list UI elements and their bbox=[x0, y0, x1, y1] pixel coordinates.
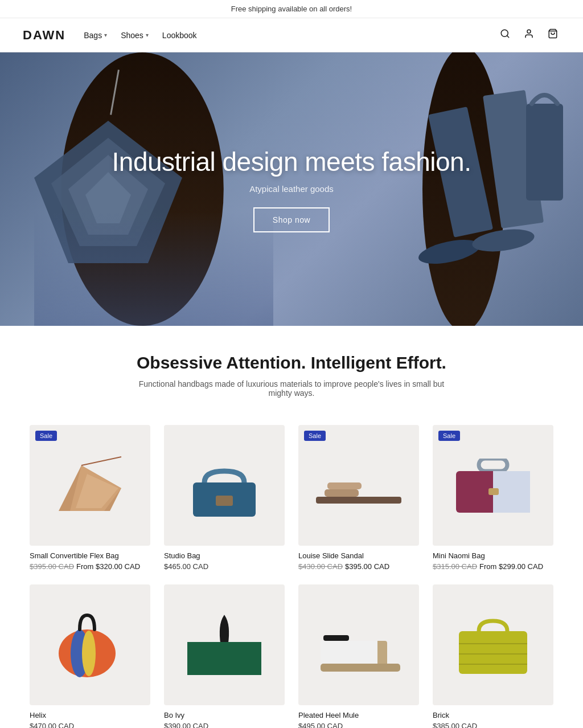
site-header: DAWN Bags ▾ Shoes ▾ Lookbook bbox=[0, 18, 583, 52]
header-actions bbox=[498, 26, 560, 44]
collection-heading: Obsessive Attention. Intelligent Effort.… bbox=[0, 326, 583, 404]
product-card[interactable]: Studio Bag$465.00 CAD bbox=[157, 418, 292, 578]
product-image bbox=[39, 434, 141, 537]
product-card[interactable]: Helix$470.00 CAD bbox=[23, 578, 157, 728]
svg-point-28 bbox=[82, 631, 96, 676]
product-image bbox=[442, 594, 544, 696]
sale-price: From $299.00 CAD bbox=[479, 562, 543, 571]
nav-item-lookbook[interactable]: Lookbook bbox=[162, 31, 197, 40]
product-name: Helix bbox=[30, 711, 150, 719]
svg-rect-18 bbox=[216, 496, 233, 506]
svg-rect-32 bbox=[321, 641, 377, 664]
original-price: $430.00 CAD bbox=[298, 562, 343, 571]
svg-rect-12 bbox=[526, 104, 563, 201]
product-image-wrap: Sale bbox=[30, 425, 150, 546]
main-nav: Bags ▾ Shoes ▾ Lookbook bbox=[84, 31, 498, 40]
product-image bbox=[442, 434, 544, 537]
collection-title: Obsessive Attention. Intelligent Effort. bbox=[23, 353, 560, 373]
product-image bbox=[307, 434, 410, 537]
nav-item-shoes[interactable]: Shoes ▾ bbox=[121, 31, 149, 40]
chevron-down-icon: ▾ bbox=[104, 32, 107, 38]
search-icon bbox=[500, 28, 510, 42]
product-name: Brick bbox=[433, 711, 553, 719]
nav-label-bags: Bags bbox=[84, 31, 102, 40]
product-price: $390.00 CAD bbox=[164, 722, 285, 728]
product-price: $470.00 CAD bbox=[30, 722, 150, 728]
svg-rect-21 bbox=[327, 482, 362, 489]
sale-badge: Sale bbox=[35, 431, 57, 441]
chevron-down-icon: ▾ bbox=[146, 32, 149, 38]
hero-subtitle: Atypical leather goods bbox=[112, 184, 471, 194]
sale-price: $395.00 CAD bbox=[345, 562, 389, 571]
product-name: Mini Naomi Bag bbox=[433, 551, 553, 560]
product-card[interactable]: Sale Louise Slide Sandal$430.00 CAD$395.… bbox=[292, 418, 426, 578]
product-image-wrap bbox=[164, 425, 285, 546]
nav-label-lookbook: Lookbook bbox=[162, 31, 197, 40]
product-name: Studio Bag bbox=[164, 551, 285, 560]
account-icon bbox=[524, 28, 534, 42]
product-name: Pleated Heel Mule bbox=[298, 711, 419, 719]
product-image-wrap bbox=[298, 584, 419, 705]
product-card[interactable]: Bo Ivy$390.00 CAD bbox=[157, 578, 292, 728]
product-image-wrap bbox=[164, 584, 285, 705]
original-price: $315.00 CAD bbox=[433, 562, 477, 571]
cart-button[interactable] bbox=[545, 26, 560, 44]
svg-rect-31 bbox=[321, 664, 400, 672]
cart-icon bbox=[548, 28, 558, 42]
product-name: Louise Slide Sandal bbox=[298, 551, 419, 560]
product-grid: Sale Small Convertible Flex Bag$395.00 C… bbox=[0, 404, 583, 728]
product-image-wrap bbox=[433, 584, 553, 705]
product-price: $430.00 CAD$395.00 CAD bbox=[298, 562, 419, 571]
promo-banner: Free shipping available on all orders! bbox=[0, 0, 583, 18]
nav-label-shoes: Shoes bbox=[121, 31, 143, 40]
svg-rect-20 bbox=[325, 489, 359, 497]
svg-rect-34 bbox=[459, 631, 527, 674]
product-price: $385.00 CAD bbox=[433, 722, 553, 728]
product-price: $465.00 CAD bbox=[164, 562, 285, 571]
collection-subtext: Functional handbags made of luxurious ma… bbox=[138, 379, 445, 398]
product-price: $315.00 CADFrom $299.00 CAD bbox=[433, 562, 553, 571]
hero-cta-button[interactable]: Shop now bbox=[253, 207, 330, 232]
svg-line-16 bbox=[81, 457, 121, 465]
hero-title: Industrial design meets fashion. bbox=[112, 146, 471, 177]
svg-line-1 bbox=[507, 35, 508, 37]
product-image-wrap bbox=[30, 584, 150, 705]
product-price: $495.00 CAD bbox=[298, 722, 419, 728]
product-name: Bo Ivy bbox=[164, 711, 285, 719]
account-button[interactable] bbox=[522, 26, 536, 44]
product-image bbox=[173, 594, 276, 696]
product-image bbox=[39, 594, 141, 696]
original-price: $395.00 CAD bbox=[30, 562, 74, 571]
product-image-wrap: Sale bbox=[298, 425, 419, 546]
svg-rect-25 bbox=[488, 488, 499, 495]
product-card[interactable]: Sale Small Convertible Flex Bag$395.00 C… bbox=[23, 418, 157, 578]
sale-badge: Sale bbox=[438, 431, 460, 441]
product-name: Small Convertible Flex Bag bbox=[30, 551, 150, 560]
svg-rect-22 bbox=[479, 459, 507, 471]
sale-price: From $320.00 CAD bbox=[76, 562, 140, 571]
hero-section: Industrial design meets fashion. Atypica… bbox=[0, 52, 583, 326]
product-card[interactable]: Pleated Heel Mule$495.00 CAD bbox=[292, 578, 426, 728]
svg-point-2 bbox=[527, 30, 531, 33]
site-logo[interactable]: DAWN bbox=[23, 28, 65, 43]
product-image-wrap: Sale bbox=[433, 425, 553, 546]
product-image bbox=[307, 594, 410, 696]
product-image bbox=[173, 434, 276, 537]
nav-item-bags[interactable]: Bags ▾ bbox=[84, 31, 107, 40]
search-button[interactable] bbox=[498, 26, 512, 44]
banner-text: Free shipping available on all orders! bbox=[231, 5, 352, 13]
svg-rect-29 bbox=[187, 642, 261, 675]
svg-rect-33 bbox=[323, 635, 349, 641]
product-card[interactable]: Sale Mini Naomi Bag$315.00 CADFrom $299.… bbox=[426, 418, 560, 578]
svg-rect-19 bbox=[316, 497, 401, 504]
sale-badge: Sale bbox=[304, 431, 326, 441]
product-price: $395.00 CADFrom $320.00 CAD bbox=[30, 562, 150, 571]
hero-content: Industrial design meets fashion. Atypica… bbox=[101, 135, 483, 244]
product-card[interactable]: Brick$385.00 CAD bbox=[426, 578, 560, 728]
